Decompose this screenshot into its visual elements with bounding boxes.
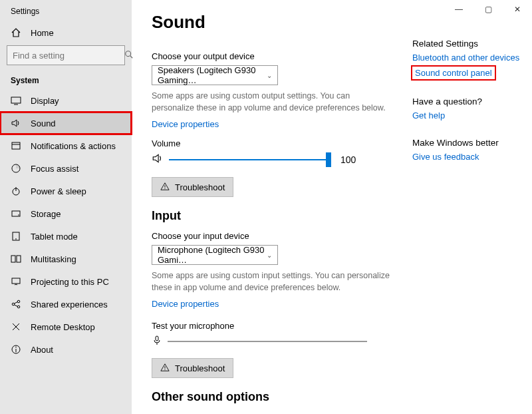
focus-icon (11, 163, 21, 174)
other-heading: Other sound options (152, 390, 392, 404)
svg-point-16 (17, 300, 20, 303)
svg-line-19 (15, 305, 18, 307)
nav-label: Power & sleep (31, 186, 86, 196)
warning-icon (160, 182, 170, 193)
svg-point-26 (164, 188, 165, 188)
nav-label: Multitasking (31, 254, 76, 264)
bluetooth-link[interactable]: Bluetooth and other devices (412, 53, 527, 63)
volume-label: Volume (152, 138, 392, 148)
svg-point-15 (12, 303, 15, 306)
microphone-icon (152, 335, 162, 347)
nav-home-label: Home (31, 28, 54, 38)
warning-icon (160, 363, 170, 374)
svg-rect-12 (11, 256, 15, 262)
feedback-link[interactable]: Give us feedback (412, 152, 527, 162)
svg-rect-14 (12, 278, 20, 284)
close-button[interactable]: ✕ (503, 0, 532, 19)
sound-control-panel-link[interactable]: Sound control panel (415, 68, 492, 78)
svg-line-18 (15, 302, 18, 304)
sound-control-panel-highlight: Sound control panel (412, 67, 495, 79)
projecting-icon (11, 276, 21, 287)
svg-rect-13 (17, 256, 21, 262)
nav-label: Display (31, 96, 59, 106)
nav-label: Sound (31, 118, 56, 128)
better-title: Make Windows better (412, 138, 527, 148)
nav-label: Focus assist (31, 164, 78, 174)
question-title: Have a question? (412, 97, 527, 106)
storage-icon (11, 208, 21, 219)
speaker-icon (152, 152, 164, 166)
related-settings-title: Related Settings (412, 39, 527, 49)
input-help-text: Some apps are using custom input setting… (152, 270, 392, 294)
nav-projecting[interactable]: Projecting to this PC (0, 270, 132, 293)
home-icon (11, 27, 21, 38)
about-icon (11, 344, 21, 355)
nav-sound[interactable]: Sound (0, 112, 132, 134)
page-title: Sound (152, 12, 392, 33)
mic-level-meter (168, 339, 367, 343)
nav-label: About (31, 345, 53, 355)
power-icon (11, 186, 21, 196)
svg-point-0 (126, 51, 131, 56)
svg-point-17 (17, 306, 20, 308)
nav-remote-desktop[interactable]: Remote Desktop (0, 315, 132, 338)
nav-power-sleep[interactable]: Power & sleep (0, 180, 132, 202)
chevron-down-icon: ⌄ (267, 252, 272, 259)
svg-rect-4 (12, 142, 20, 149)
nav-tablet-mode[interactable]: Tablet mode (0, 225, 132, 248)
input-device-properties-link[interactable]: Device properties (152, 299, 219, 309)
nav-notifications[interactable]: Notifications & actions (0, 134, 132, 157)
main-content: Sound Choose your output device Speakers… (132, 0, 412, 414)
input-choose-label: Choose your input device (152, 231, 392, 241)
svg-rect-27 (156, 336, 158, 341)
output-device-properties-link[interactable]: Device properties (152, 119, 219, 129)
nav-home[interactable]: Home (0, 23, 132, 43)
svg-point-30 (164, 369, 165, 369)
sound-icon (11, 118, 21, 128)
multitasking-icon (11, 254, 21, 264)
search-input[interactable] (7, 45, 125, 65)
nav-label: Projecting to this PC (31, 277, 109, 287)
nav-about[interactable]: About (0, 338, 132, 361)
right-pane: Related Settings Bluetooth and other dev… (412, 0, 532, 414)
volume-value: 100 (340, 154, 356, 165)
search-field[interactable] (13, 51, 124, 61)
maximize-button[interactable]: ▢ (473, 0, 503, 19)
output-help-text: Some apps are using custom output settin… (152, 91, 392, 114)
shared-icon (11, 299, 21, 310)
troubleshoot-label: Troubleshoot (175, 182, 225, 192)
remote-icon (11, 321, 21, 332)
svg-point-9 (18, 214, 19, 216)
svg-rect-8 (12, 211, 20, 216)
output-troubleshoot-button[interactable]: Troubleshoot (152, 177, 233, 197)
output-choose-label: Choose your output device (152, 51, 392, 61)
nav-label: Remote Desktop (31, 322, 95, 332)
notifications-icon (11, 140, 21, 151)
nav-focus-assist[interactable]: Focus assist (0, 157, 132, 180)
window-title: Settings (0, 3, 132, 23)
input-device-select[interactable]: Microphone (Logitech G930 Gami… ⌄ (152, 245, 278, 265)
input-device-value: Microphone (Logitech G930 Gami… (158, 245, 267, 265)
nav-display[interactable]: Display (0, 89, 132, 112)
output-device-select[interactable]: Speakers (Logitech G930 Gaming… ⌄ (152, 65, 278, 85)
get-help-link[interactable]: Get help (412, 110, 527, 120)
svg-rect-2 (11, 97, 21, 103)
chevron-down-icon: ⌄ (267, 72, 272, 79)
nav-multitasking[interactable]: Multitasking (0, 248, 132, 270)
input-troubleshoot-button[interactable]: Troubleshoot (152, 358, 233, 378)
output-device-value: Speakers (Logitech G930 Gaming… (158, 65, 267, 85)
troubleshoot-label: Troubleshoot (175, 363, 225, 373)
window-controls: — ▢ ✕ (444, 0, 532, 19)
minimize-button[interactable]: — (444, 0, 473, 19)
display-icon (11, 95, 21, 106)
volume-slider[interactable] (169, 153, 329, 166)
section-label: System (0, 71, 132, 89)
nav-storage[interactable]: Storage (0, 202, 132, 225)
svg-point-24 (15, 347, 17, 348)
test-mic-label: Test your microphone (152, 321, 392, 331)
nav-label: Storage (31, 209, 61, 219)
nav-shared-experiences[interactable]: Shared experiences (0, 293, 132, 315)
tablet-icon (11, 231, 21, 242)
nav-label: Tablet mode (31, 232, 78, 242)
nav-label: Notifications & actions (31, 141, 116, 151)
